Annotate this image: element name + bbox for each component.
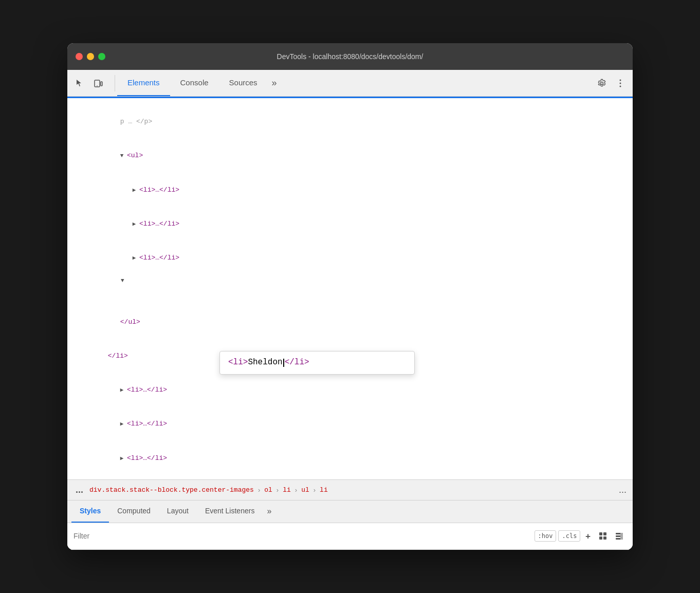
- li-tag-1: <li>…</li>: [139, 186, 179, 194]
- devtools-toolbar: Elements Console Sources »: [67, 70, 633, 97]
- minimize-button[interactable]: [87, 53, 94, 60]
- breadcrumb-separator-1: ›: [258, 486, 260, 494]
- maximize-button[interactable]: [98, 53, 105, 60]
- li-close-tag: </li>: [108, 352, 128, 360]
- dom-line-ul-close[interactable]: </ul>: [67, 305, 633, 339]
- dom-line-li-editing[interactable]: ▼ <li>Sheldon</li>: [67, 275, 633, 286]
- toolbar-right: [594, 75, 629, 91]
- breadcrumb-item-div[interactable]: div.stack.stack--block.type.center-image…: [89, 486, 254, 494]
- styles-tabs: Styles Computed Layout Event Listeners »: [67, 501, 633, 523]
- title-bar: DevTools - localhost:8080/docs/devtools/…: [67, 43, 633, 70]
- breadcrumb-separator-4: ›: [314, 486, 316, 494]
- dom-line-li-3[interactable]: ▶ <li>…</li>: [67, 241, 633, 275]
- style-tab-styles[interactable]: Styles: [71, 501, 109, 523]
- breadcrumb-item-ul[interactable]: ul: [301, 486, 309, 494]
- arrow-icon: ▼: [120, 153, 127, 159]
- more-options-icon[interactable]: [612, 75, 629, 91]
- styles-panel: Styles Computed Layout Event Listeners »…: [67, 501, 633, 550]
- ul-close-tag: </ul>: [120, 318, 140, 326]
- text-cursor: [283, 359, 284, 367]
- dom-panel: p … </p> ▼ <ul> ▶ <li>…</li> ▶ <li>…</li…: [67, 97, 633, 480]
- arrow-icon: ▶: [133, 255, 139, 261]
- arrow-icon: ▶: [120, 387, 127, 393]
- svg-rect-6: [599, 532, 602, 535]
- svg-point-3: [620, 79, 621, 81]
- li-tag-7: <li>…</li>: [127, 454, 167, 462]
- palette-icon[interactable]: [596, 529, 610, 543]
- device-toggle-icon[interactable]: [90, 75, 106, 91]
- style-tabs-more-button[interactable]: »: [263, 501, 275, 523]
- dom-line-li-5[interactable]: ▶ <li>…</li>: [67, 373, 633, 407]
- edit-popup[interactable]: <li>Sheldon</li>: [219, 351, 415, 374]
- add-style-button[interactable]: +: [582, 530, 594, 543]
- breadcrumb-item-ol[interactable]: ol: [264, 486, 272, 494]
- popup-closing-tag: </li>: [285, 358, 309, 367]
- breadcrumb-separator-3: ›: [295, 486, 297, 494]
- dom-line-li-2[interactable]: ▶ <li>…</li>: [67, 207, 633, 241]
- li-tag-6: <li>…</li>: [127, 420, 167, 428]
- breadcrumb-item-li[interactable]: li: [283, 486, 291, 494]
- blue-indicator: [67, 97, 633, 98]
- tab-elements[interactable]: Elements: [117, 70, 170, 96]
- tabs-more-button[interactable]: »: [268, 70, 281, 96]
- style-tab-event-listeners[interactable]: Event Listeners: [197, 501, 263, 523]
- devtools-window: DevTools - localhost:8080/docs/devtools/…: [67, 43, 633, 550]
- breadcrumb-right-more-button[interactable]: ...: [619, 485, 627, 495]
- settings-icon[interactable]: [594, 75, 610, 91]
- svg-point-2: [97, 85, 98, 86]
- filter-bar: :hov .cls +: [67, 523, 633, 550]
- popup-text: Sheldon: [248, 358, 282, 367]
- tab-sources[interactable]: Sources: [219, 70, 268, 96]
- hov-button[interactable]: :hov: [535, 530, 557, 542]
- popup-opening-tag: <li>: [228, 358, 248, 367]
- filter-buttons: :hov .cls +: [535, 529, 627, 543]
- arrow-icon: ▶: [133, 187, 139, 193]
- breadcrumb-bar: ... div.stack.stack--block.type.center-i…: [67, 480, 633, 501]
- toolbar-icons: [71, 75, 115, 91]
- window-title: DevTools - localhost:8080/docs/devtools/…: [277, 52, 423, 61]
- arrow-icon: ▼: [121, 277, 124, 284]
- dom-line-li-1[interactable]: ▶ <li>…</li>: [67, 173, 633, 207]
- dom-line-li-7[interactable]: ▶ <li>…</li>: [67, 441, 633, 475]
- style-tab-computed[interactable]: Computed: [109, 501, 159, 523]
- svg-rect-13: [620, 533, 623, 540]
- svg-rect-8: [599, 536, 602, 540]
- arrow-icon: ▶: [133, 221, 139, 227]
- traffic-lights: [76, 53, 105, 60]
- dom-line-faded[interactable]: p … </p>: [67, 101, 633, 139]
- svg-rect-1: [101, 82, 102, 86]
- tab-bar: Elements Console Sources »: [117, 70, 594, 96]
- faded-tag: p … </p>: [120, 118, 152, 125]
- svg-rect-7: [603, 532, 606, 535]
- breadcrumb-separator-2: ›: [277, 486, 279, 494]
- dom-line-li-6[interactable]: ▶ <li>…</li>: [67, 407, 633, 441]
- svg-point-4: [620, 82, 621, 84]
- li-tag-2: <li>…</li>: [139, 220, 179, 228]
- tab-console[interactable]: Console: [170, 70, 219, 96]
- breadcrumb-more-button[interactable]: ...: [73, 485, 85, 495]
- dom-line-ul-open[interactable]: ▼ <ul>: [67, 139, 633, 173]
- svg-rect-9: [603, 536, 606, 540]
- style-tab-layout[interactable]: Layout: [159, 501, 197, 523]
- filter-input[interactable]: [73, 532, 530, 540]
- computed-sidebar-icon[interactable]: [612, 529, 627, 543]
- close-button[interactable]: [76, 53, 83, 60]
- breadcrumb-item-li2[interactable]: li: [320, 486, 328, 494]
- li-tag-3: <li>…</li>: [139, 254, 179, 262]
- arrow-icon: ▶: [120, 455, 127, 461]
- arrow-icon: ▶: [120, 421, 127, 427]
- li-tag-5: <li>…</li>: [127, 386, 167, 394]
- svg-point-5: [620, 85, 621, 87]
- cls-button[interactable]: .cls: [558, 530, 580, 542]
- ul-tag: <ul>: [127, 152, 143, 159]
- inspect-icon[interactable]: [71, 75, 88, 91]
